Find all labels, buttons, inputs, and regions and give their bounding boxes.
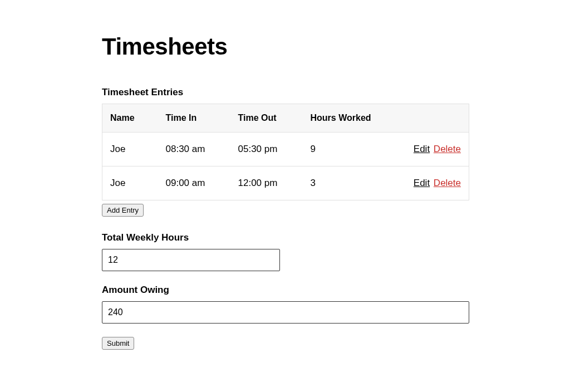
amount-owing-label: Amount Owing xyxy=(102,285,469,296)
total-weekly-hours-input[interactable] xyxy=(102,249,280,271)
edit-link[interactable]: Edit xyxy=(414,178,430,188)
cell-name: Joe xyxy=(102,166,158,200)
amount-owing-input[interactable] xyxy=(102,301,469,324)
delete-link[interactable]: Delete xyxy=(434,178,461,188)
cell-actions: Edit Delete xyxy=(392,166,469,200)
cell-time-out: 05:30 pm xyxy=(230,133,303,166)
table-row: Joe 09:00 am 12:00 pm 3 Edit Delete xyxy=(102,166,469,200)
submit-button[interactable]: Submit xyxy=(102,337,134,350)
col-header-name: Name xyxy=(102,104,158,133)
timesheet-table: Name Time In Time Out Hours Worked Joe 0… xyxy=(102,104,469,200)
cell-name: Joe xyxy=(102,133,158,166)
cell-hours-worked: 3 xyxy=(303,166,392,200)
col-header-time-in: Time In xyxy=(158,104,230,133)
table-row: Joe 08:30 am 05:30 pm 9 Edit Delete xyxy=(102,133,469,166)
edit-link[interactable]: Edit xyxy=(414,144,430,154)
add-entry-button[interactable]: Add Entry xyxy=(102,204,144,217)
col-header-actions xyxy=(392,104,469,133)
cell-time-in: 09:00 am xyxy=(158,166,230,200)
page-title: Timesheets xyxy=(102,33,469,60)
table-header-row: Name Time In Time Out Hours Worked xyxy=(102,104,469,133)
col-header-time-out: Time Out xyxy=(230,104,303,133)
total-weekly-hours-label: Total Weekly Hours xyxy=(102,232,469,243)
delete-link[interactable]: Delete xyxy=(434,144,461,154)
cell-time-in: 08:30 am xyxy=(158,133,230,166)
cell-time-out: 12:00 pm xyxy=(230,166,303,200)
cell-actions: Edit Delete xyxy=(392,133,469,166)
entries-heading: Timesheet Entries xyxy=(102,87,469,98)
col-header-hours-worked: Hours Worked xyxy=(303,104,392,133)
cell-hours-worked: 9 xyxy=(303,133,392,166)
